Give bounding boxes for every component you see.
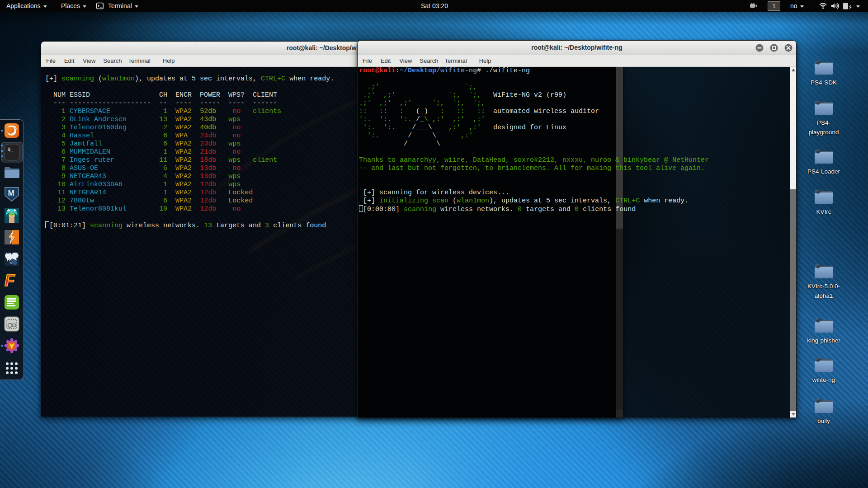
svg-text:M: M [8,189,14,197]
svg-text:F: F [5,271,15,290]
svg-text:$_: $_ [8,147,14,152]
